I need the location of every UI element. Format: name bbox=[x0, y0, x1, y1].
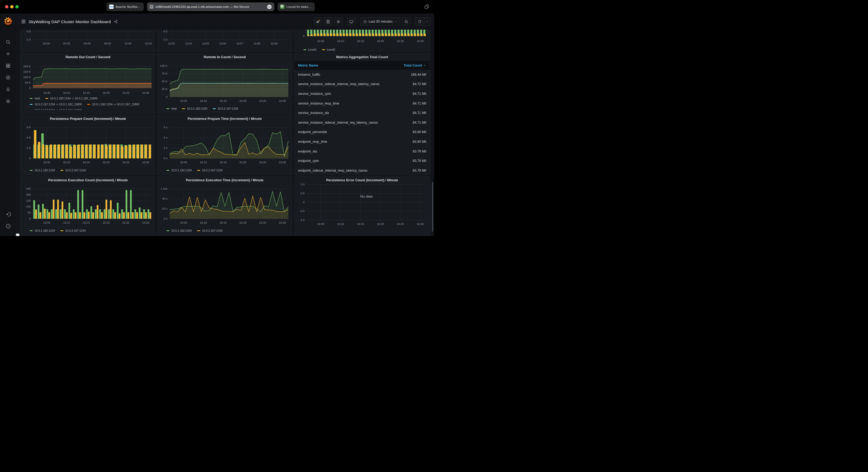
legend-item[interactable]: 10.0.2.167:1234 bbox=[60, 169, 86, 172]
table-row: service_instance_sla84.71 Mil bbox=[294, 108, 430, 118]
legend-item[interactable]: 10.0.2.167:1234 -> 10.0.2.167_11800 bbox=[30, 108, 82, 110]
tab-overview-icon[interactable] bbox=[424, 4, 430, 11]
legend-item[interactable]: 10.0.1.182:1234 bbox=[30, 169, 55, 172]
column-header-metric-name[interactable]: Metric Name bbox=[298, 64, 318, 67]
legend-item[interactable]: total bbox=[166, 107, 177, 110]
chart-legend: 10.0.1.182:123410.0.2.167:1234 bbox=[166, 228, 290, 234]
dashboard-grid-icon bbox=[21, 19, 26, 24]
timeseries-chart[interactable] bbox=[157, 53, 292, 113]
table-row: service_instance_sidecar_internal_req_la… bbox=[294, 118, 430, 128]
timeseries-chart[interactable] bbox=[294, 176, 430, 236]
table-header: Metric Name Total Count bbox=[294, 61, 430, 70]
column-header-total-count[interactable]: Total Count bbox=[404, 64, 427, 67]
add-panel-button[interactable] bbox=[314, 18, 322, 26]
tab-label: Locust for tasks.py bbox=[286, 5, 312, 8]
tab-skywalking[interactable]: Sw Apache SkyWalki… bbox=[106, 2, 144, 11]
browser-window: Sw Apache SkyWalki… ✕ e0881eed4-22961232… bbox=[0, 0, 434, 236]
tab-locust[interactable]: ϟ Locust for tasks.py bbox=[278, 2, 315, 11]
tab-more-icon[interactable]: ••• bbox=[267, 5, 272, 9]
time-range-label: Last 30 minutes bbox=[369, 20, 393, 24]
legend-item[interactable]: 10.0.2.167:1234 bbox=[213, 107, 238, 110]
chart-legend: total10.0.1.182:1234 -> 10.0.1.182_11800… bbox=[30, 95, 153, 110]
timeseries-chart[interactable] bbox=[157, 30, 292, 52]
alerting-bell-icon[interactable] bbox=[3, 86, 13, 94]
legend-item[interactable]: 10.0.2.167:1234 -> 10.0.1.182_11800 bbox=[30, 103, 82, 106]
table-row: instance_traffic168.44 Mil bbox=[294, 70, 430, 79]
legend-item[interactable]: 10.0.2.167:1234 bbox=[197, 169, 222, 172]
sort-chevron-icon bbox=[423, 64, 426, 67]
bar-chart[interactable] bbox=[21, 176, 155, 236]
browser-chrome: Sw Apache SkyWalki… ✕ e0881eed4-22961232… bbox=[0, 0, 434, 13]
refresh-controls bbox=[415, 18, 430, 26]
zoom-out-button[interactable] bbox=[402, 18, 410, 26]
close-window-button[interactable] bbox=[5, 5, 8, 8]
bar-chart[interactable] bbox=[21, 115, 155, 175]
refresh-interval-dropdown[interactable] bbox=[424, 18, 430, 26]
legend-item[interactable]: 10.0.1.182:1234 -> 10.0.1.182_11800 bbox=[45, 97, 97, 100]
locust-favicon: ϟ bbox=[280, 5, 285, 9]
refresh-button[interactable] bbox=[415, 18, 424, 26]
legend-swatch bbox=[166, 108, 169, 109]
legend-swatch bbox=[30, 104, 33, 105]
table-row: service_instance_resp_time84.71 Mil bbox=[294, 99, 430, 108]
legend-swatch bbox=[304, 49, 306, 50]
legend-item[interactable]: 10.0.1.182:1234 bbox=[166, 169, 192, 172]
explore-compass-icon[interactable] bbox=[3, 73, 13, 81]
tab-close-icon[interactable]: ✕ bbox=[150, 5, 153, 9]
legend-item[interactable]: 10.0.1.182:1234 bbox=[166, 229, 192, 232]
status-popup bbox=[16, 234, 20, 236]
legend-item[interactable]: 10.0.1.182:1234 bbox=[182, 107, 208, 110]
chart-legend: total10.0.1.182:123410.0.2.167:1234 bbox=[166, 106, 290, 111]
timeseries-chart[interactable] bbox=[157, 176, 292, 236]
legend-item[interactable]: 10.0.1.182:1234 bbox=[30, 229, 55, 232]
help-icon[interactable]: ? bbox=[3, 222, 13, 230]
legend-swatch bbox=[30, 230, 33, 231]
legend-item[interactable]: Level1 bbox=[304, 48, 317, 51]
legend-item[interactable]: Level2 bbox=[322, 48, 335, 51]
panel-persistence-prepare-count: Persistence Prepare Count (Increment) / … bbox=[20, 115, 156, 175]
legend-swatch bbox=[87, 104, 90, 105]
legend-swatch bbox=[30, 98, 33, 99]
dashboards-icon[interactable] bbox=[3, 62, 13, 70]
panel-remote-in-count: Remote In Count / Second total10.0.1.182… bbox=[157, 53, 292, 114]
search-icon[interactable] bbox=[3, 38, 13, 46]
time-range-picker[interactable]: Last 30 minutes bbox=[360, 18, 400, 26]
legend-item[interactable]: total bbox=[30, 97, 40, 100]
legend-swatch bbox=[213, 108, 216, 109]
legend-swatch bbox=[60, 170, 63, 171]
panel-persistence-execution-count: Persistence Execution Count (Increment) … bbox=[20, 176, 156, 236]
grafana-logo[interactable] bbox=[3, 16, 13, 27]
minimize-window-button[interactable] bbox=[10, 5, 13, 8]
create-plus-icon[interactable] bbox=[3, 50, 13, 58]
panel-persistence-prepare-time: Persistence Prepare Time (Increment) / M… bbox=[157, 115, 292, 175]
panel-persistence-execution-time: Persistence Execution Time (Increment) /… bbox=[157, 176, 292, 236]
dashboard-settings-button[interactable] bbox=[335, 18, 343, 26]
dashboard-header: SkyWalking OAP Cluster Monitor Dashboard bbox=[16, 13, 434, 30]
table-row: endpoint_percentile83.80 Mil bbox=[294, 128, 430, 137]
timeseries-chart[interactable] bbox=[21, 30, 155, 52]
vertical-scrollbar[interactable] bbox=[432, 182, 433, 232]
legend-swatch bbox=[30, 170, 33, 171]
panel-title[interactable]: Metrics Aggregation Total Count bbox=[294, 55, 430, 59]
legend-item[interactable]: 10.0.2.167:1234 bbox=[60, 229, 86, 232]
sign-out-icon[interactable] bbox=[3, 210, 13, 218]
legend-item[interactable]: 10.0.2.167:1234 bbox=[197, 229, 222, 232]
configuration-gear-icon[interactable] bbox=[3, 97, 13, 105]
legend-swatch bbox=[197, 230, 200, 231]
svg-text:?: ? bbox=[7, 225, 9, 227]
table-row: endpoint_sidecar_internal_resp_latency_n… bbox=[294, 166, 430, 175]
zoom-window-button[interactable] bbox=[16, 5, 19, 8]
panel-top-middle bbox=[157, 30, 292, 52]
tab-grafana-active[interactable]: ✕ e0881eed4-22961232.ap-east-1.elb.amazo… bbox=[147, 2, 274, 11]
timeseries-chart[interactable] bbox=[157, 115, 292, 175]
panel-persistence-error-count: Persistence Error Count (Increment) / Mi… bbox=[294, 176, 430, 236]
legend-swatch bbox=[60, 230, 63, 231]
share-icon[interactable] bbox=[114, 20, 118, 24]
legend-swatch bbox=[45, 98, 48, 99]
save-dashboard-button[interactable] bbox=[324, 18, 332, 26]
panel-metrics-aggregation-table: Metrics Aggregation Total Count Metric N… bbox=[294, 53, 430, 175]
cycle-view-tv-button[interactable] bbox=[347, 18, 355, 26]
legend-item[interactable]: 10.0.1.182:1234 -> 10.0.2.167_11800 bbox=[87, 103, 139, 106]
skywalking-favicon: Sw bbox=[109, 5, 114, 9]
clock-icon bbox=[363, 20, 367, 24]
